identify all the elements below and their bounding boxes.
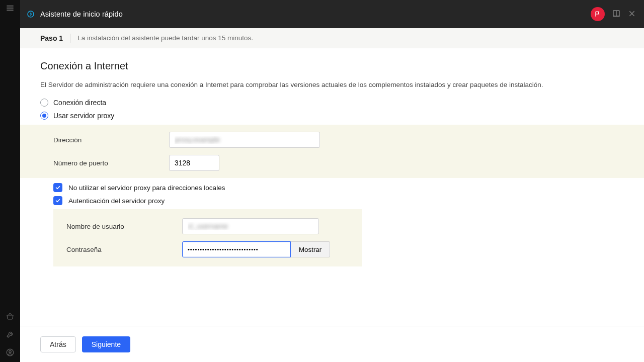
content-area: Conexión a Internet El Servidor de admin… [20,48,644,326]
radio-icon [40,99,48,107]
wizard-footer: Atrás Siguiente [20,326,644,362]
radio-direct-connection[interactable]: Conexión directa [40,99,624,107]
back-button[interactable]: Atrás [40,336,76,352]
port-label: Número de puerto [53,159,159,167]
next-button[interactable]: Siguiente [82,336,130,352]
hamburger-menu-icon[interactable] [5,3,15,13]
address-input[interactable] [169,132,320,148]
basket-icon[interactable] [6,312,15,321]
proxy-auth-panel: Nombre de usuario Contraseña Mostrar [53,209,362,266]
radio-label: Conexión directa [53,99,106,107]
wrench-icon[interactable] [6,330,15,339]
proxy-settings-panel: Dirección Número de puerto [20,125,644,178]
title-bar: Asistente de inicio rápido [20,0,644,28]
step-description: La instalación del asistente puede tarda… [77,34,253,42]
divider [70,34,70,43]
bookmark-icon[interactable] [612,9,621,20]
step-bar: Paso 1 La instalación del asistente pued… [20,28,644,48]
radio-use-proxy[interactable]: Usar servidor proxy [40,112,624,120]
checkbox-label: Autenticación del servidor proxy [68,197,165,205]
user-circle-icon[interactable] [6,348,15,357]
svg-point-5 [28,11,34,17]
wizard-icon [26,10,35,19]
password-input[interactable] [182,241,291,257]
proxy-auth-checkbox[interactable]: Autenticación del servidor proxy [40,196,624,205]
address-label: Dirección [53,136,159,144]
report-flag-button[interactable] [591,7,605,21]
username-input[interactable] [182,218,319,234]
radio-label: Usar servidor proxy [53,112,114,120]
checkbox-checked-icon [53,183,62,192]
step-number: Paso 1 [40,34,63,42]
left-nav-rail [0,0,20,362]
close-icon[interactable] [628,10,636,19]
show-password-button[interactable]: Mostrar [291,241,330,257]
username-label: Nombre de usuario [66,223,172,230]
password-label: Contraseña [66,246,172,253]
section-description: El Servidor de administración requiere u… [40,81,624,88]
svg-point-4 [9,350,12,353]
port-input[interactable] [169,155,219,171]
section-title: Conexión a Internet [40,60,624,72]
checkbox-label: No utilizar el servidor proxy para direc… [68,184,225,192]
checkbox-checked-icon [53,196,62,205]
radio-icon [40,112,48,120]
bypass-local-checkbox[interactable]: No utilizar el servidor proxy para direc… [40,183,624,192]
page-title: Asistente de inicio rápido [40,10,123,18]
